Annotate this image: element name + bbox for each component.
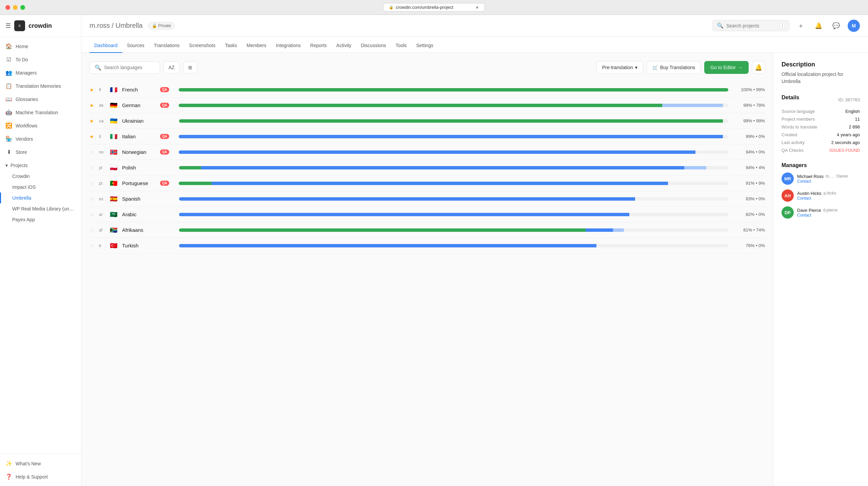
buy-translations-label: Buy Translations bbox=[660, 65, 695, 70]
tab-tools[interactable]: Tools bbox=[391, 39, 412, 53]
star-icon[interactable]: ☆ bbox=[90, 227, 95, 233]
search-lang-container[interactable]: 🔍 bbox=[90, 61, 160, 74]
notifications-bell-icon[interactable]: 🔔 bbox=[812, 20, 825, 32]
sidebar-item-machine-translation[interactable]: 🤖 Machine Translation bbox=[0, 106, 81, 119]
chevron-down-icon: ▾ bbox=[5, 163, 8, 168]
sidebar-item-todo[interactable]: ☑ To Do bbox=[0, 53, 81, 66]
projects-section-header[interactable]: ▾ Projects bbox=[0, 160, 81, 171]
star-icon[interactable]: ★ bbox=[90, 87, 95, 93]
star-icon[interactable]: ☆ bbox=[90, 212, 95, 217]
sidebar-label-machine-translation: Machine Translation bbox=[16, 110, 58, 115]
language-row[interactable]: ☆ no 🇳🇴 Norwegian QA 94% • 0% bbox=[90, 144, 765, 160]
tab-tasks[interactable]: Tasks bbox=[220, 39, 242, 53]
language-row[interactable]: ☆ ar 🇸🇦 Arabic 82% • 0% bbox=[90, 207, 765, 222]
sidebar-item-home[interactable]: 🏠 Home bbox=[0, 40, 81, 53]
bookmark-icon[interactable]: ★ bbox=[475, 5, 479, 10]
lang-percent: 94% • 0% bbox=[738, 149, 765, 155]
sidebar-item-translation-memories[interactable]: 📋 Translation Memories bbox=[0, 79, 81, 93]
progress-bar bbox=[179, 88, 728, 92]
progress-blue bbox=[212, 182, 668, 185]
manager-handle: d.pierce bbox=[823, 208, 838, 212]
star-icon[interactable]: ☆ bbox=[90, 181, 95, 186]
titlebar: 🔒 crowdin.com/umbrella-project ★ bbox=[0, 0, 868, 15]
tab-screenshots[interactable]: Screenshots bbox=[184, 39, 220, 53]
sort-az-button[interactable]: AZ bbox=[163, 61, 180, 74]
manager-name: Dave Pierce d.pierce bbox=[797, 208, 860, 213]
detail-value: 11 bbox=[855, 117, 860, 122]
flag-icon: 🇸🇦 bbox=[110, 212, 118, 217]
star-icon[interactable]: ☆ bbox=[90, 243, 95, 248]
close-btn[interactable] bbox=[5, 5, 10, 10]
language-row[interactable]: ☆ pl 🇵🇱 Polish 94% • 4% bbox=[90, 160, 765, 176]
vendors-icon: 🏪 bbox=[5, 136, 12, 142]
star-icon[interactable]: ☆ bbox=[90, 165, 95, 170]
star-icon[interactable]: ★ bbox=[90, 134, 95, 139]
pre-translation-button[interactable]: Pre-translation ▾ bbox=[596, 61, 643, 74]
pre-translation-label: Pre-translation bbox=[602, 65, 633, 70]
star-icon[interactable]: ☆ bbox=[90, 149, 95, 155]
lang-percent: 94% • 4% bbox=[738, 165, 765, 170]
language-notify-button[interactable]: 🔔 bbox=[752, 61, 765, 74]
sidebar-project-payex-app[interactable]: Payex App bbox=[0, 214, 81, 225]
search-lang-icon: 🔍 bbox=[95, 64, 101, 71]
sidebar-item-whats-new[interactable]: ✨ What's New bbox=[0, 457, 81, 470]
star-icon[interactable]: ★ bbox=[90, 103, 95, 108]
buy-translations-button[interactable]: 🛒 Buy Translations bbox=[647, 61, 701, 74]
manager-info: Austin Hicks a.hicks Contact bbox=[797, 191, 860, 201]
progress-lightblue bbox=[684, 166, 706, 169]
managers-title: Managers bbox=[782, 162, 860, 168]
star-icon[interactable]: ☆ bbox=[90, 196, 95, 202]
url-bar[interactable]: 🔒 crowdin.com/umbrella-project ★ bbox=[383, 3, 485, 12]
qa-badge: QA bbox=[160, 87, 169, 92]
manager-contact-link[interactable]: Contact bbox=[797, 196, 860, 201]
sidebar-item-vendors[interactable]: 🏪 Vendors bbox=[0, 132, 81, 145]
add-button[interactable]: ＋ bbox=[795, 20, 807, 32]
detail-label: QA Checks bbox=[782, 148, 804, 153]
search-lang-input[interactable] bbox=[104, 65, 155, 70]
search-projects-container[interactable]: 🔍 / bbox=[712, 20, 789, 31]
language-row[interactable]: ☆ af 🇿🇦 Afrikaans 81% • 74% bbox=[90, 222, 765, 238]
tab-dashboard[interactable]: Dashboard bbox=[90, 39, 122, 53]
manager-contact-link[interactable]: Contact bbox=[797, 179, 860, 184]
sidebar-header: ☰ C crowdin bbox=[0, 15, 81, 37]
language-row[interactable]: ☆ es 🇪🇸 Spanish 83% • 0% bbox=[90, 191, 765, 207]
manager-contact-link[interactable]: Contact bbox=[797, 213, 860, 218]
search-projects-input[interactable] bbox=[726, 23, 777, 28]
language-row[interactable]: ☆ pt 🇵🇹 Portuguese QA 91% • 9% bbox=[90, 176, 765, 191]
tab-activity[interactable]: Activity bbox=[332, 39, 356, 53]
grid-view-button[interactable]: ⊞ bbox=[183, 61, 197, 74]
sidebar-item-workflows[interactable]: 🔀 Workflows bbox=[0, 119, 81, 132]
tab-settings[interactable]: Settings bbox=[412, 39, 438, 53]
sidebar-project-impact-ios[interactable]: Impact iOS bbox=[0, 182, 81, 193]
menu-icon[interactable]: ☰ bbox=[5, 22, 11, 29]
language-row[interactable]: ★ fr 🇫🇷 French QA 100% • 99% bbox=[90, 82, 765, 98]
language-row[interactable]: ☆ tr 🇹🇷 Turkish 76% • 0% bbox=[90, 238, 765, 254]
language-row[interactable]: ★ de 🇩🇪 German QA 99% • 78% bbox=[90, 98, 765, 113]
tab-members[interactable]: Members bbox=[242, 39, 271, 53]
language-row[interactable]: ★ it 🇮🇹 Italian QA 99% • 0% bbox=[90, 129, 765, 144]
language-row[interactable]: ★ ua 🇺🇦 Ukrainian 99% • 99% bbox=[90, 113, 765, 129]
maximize-btn[interactable] bbox=[20, 5, 25, 10]
sidebar-project-crowdin[interactable]: Crowdin bbox=[0, 171, 81, 182]
progress-blue bbox=[179, 244, 596, 247]
avatar[interactable]: M bbox=[848, 20, 860, 32]
sidebar-project-wp-real-media[interactable]: WP Real Media Library (un… bbox=[0, 203, 81, 214]
go-to-editor-button[interactable]: Go to Editor → bbox=[704, 61, 749, 74]
tab-integrations[interactable]: Integrations bbox=[271, 39, 305, 53]
minimize-btn[interactable] bbox=[13, 5, 18, 10]
sidebar-project-umbrella[interactable]: Umbrella bbox=[0, 193, 81, 203]
tab-translations[interactable]: Translations bbox=[149, 39, 184, 53]
sidebar-item-store[interactable]: ⬇ Store bbox=[0, 145, 81, 159]
progress-green bbox=[179, 228, 586, 232]
lang-name: Ukrainian bbox=[122, 118, 156, 124]
tab-reports[interactable]: Reports bbox=[305, 39, 332, 53]
sidebar-item-glossaries[interactable]: 📖 Glossaries bbox=[0, 93, 81, 106]
sidebar-item-managers[interactable]: 👥 Managers bbox=[0, 66, 81, 79]
tab-sources[interactable]: Sources bbox=[122, 39, 149, 53]
star-icon[interactable]: ★ bbox=[90, 118, 95, 124]
sidebar-item-help-support[interactable]: ❓ Help & Support bbox=[0, 470, 81, 483]
tab-discussions[interactable]: Discussions bbox=[356, 39, 391, 53]
chat-icon[interactable]: 💬 bbox=[830, 20, 842, 32]
private-label: Private bbox=[158, 23, 171, 28]
manager-row: MR Michael Ross m.… Owner Contact bbox=[782, 173, 860, 185]
